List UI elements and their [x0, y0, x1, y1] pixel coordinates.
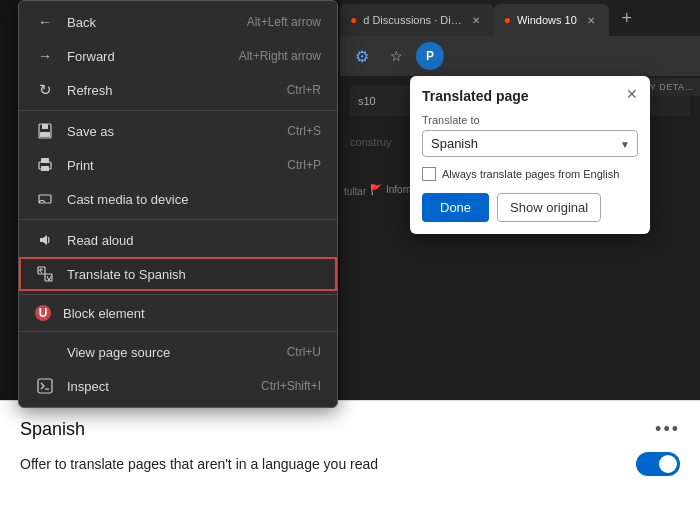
- menu-shortcut-refresh: Ctrl+R: [287, 83, 321, 97]
- tultar-text: tultar: [344, 186, 366, 197]
- menu-label-block: Block element: [63, 306, 321, 321]
- save-icon: [35, 121, 55, 141]
- menu-label-refresh: Refresh: [67, 83, 275, 98]
- popup-buttons: Done Show original: [422, 193, 638, 222]
- menu-item-back[interactable]: ← Back Alt+Left arrow: [19, 5, 337, 39]
- back-icon: ←: [35, 12, 55, 32]
- always-translate-label: Always translate pages from English: [442, 168, 619, 180]
- extensions-button[interactable]: ⚙: [348, 42, 376, 70]
- tab-discussions[interactable]: ● d Discussions · Di… ✕: [340, 4, 494, 36]
- divider-3: [19, 294, 337, 295]
- show-original-button[interactable]: Show original: [497, 193, 601, 222]
- read-aloud-icon: [35, 230, 55, 250]
- menu-label-save-as: Save as: [67, 124, 275, 139]
- cast-icon: [35, 189, 55, 209]
- svg-rect-2: [40, 132, 50, 137]
- source-icon: [35, 342, 55, 362]
- menu-label-inspect: Inspect: [67, 379, 249, 394]
- bottom-bar: Spanish ••• Offer to translate pages tha…: [0, 400, 700, 524]
- menu-item-inspect[interactable]: Inspect Ctrl+Shift+I: [19, 369, 337, 403]
- menu-item-translate[interactable]: Translate to Spanish: [19, 257, 337, 291]
- always-translate-row: Always translate pages from English: [422, 167, 638, 181]
- bottom-bar-language: Spanish: [20, 419, 85, 440]
- construy-text: . construy: [344, 136, 392, 148]
- menu-shortcut-print: Ctrl+P: [287, 158, 321, 172]
- tab-label-discussions: d Discussions · Di…: [363, 14, 461, 26]
- block-icon: U: [35, 305, 51, 321]
- svg-rect-9: [38, 379, 52, 393]
- menu-item-forward[interactable]: → Forward Alt+Right arrow: [19, 39, 337, 73]
- language-select-wrapper: Spanish English French German ▼: [422, 130, 638, 157]
- translate-toggle[interactable]: [636, 452, 680, 476]
- bottom-bar-title-row: Spanish •••: [20, 419, 680, 440]
- menu-item-view-source[interactable]: View page source Ctrl+U: [19, 335, 337, 369]
- language-select[interactable]: Spanish English French German: [422, 130, 638, 157]
- popup-title: Translated page: [422, 88, 638, 104]
- menu-shortcut-inspect: Ctrl+Shift+I: [261, 379, 321, 393]
- menu-item-save-as[interactable]: Save as Ctrl+S: [19, 114, 337, 148]
- menu-label-view-source: View page source: [67, 345, 275, 360]
- menu-item-cast[interactable]: Cast media to device: [19, 182, 337, 216]
- translate-icon: [35, 264, 55, 284]
- toolbar: ⚙ ☆ P: [340, 36, 700, 76]
- print-icon: [35, 155, 55, 175]
- menu-label-cast: Cast media to device: [67, 192, 321, 207]
- done-button[interactable]: Done: [422, 193, 489, 222]
- svg-rect-4: [41, 158, 49, 163]
- menu-label-print: Print: [67, 158, 275, 173]
- menu-shortcut-forward: Alt+Right arrow: [239, 49, 321, 63]
- divider-1: [19, 110, 337, 111]
- menu-label-forward: Forward: [67, 49, 227, 64]
- menu-label-translate: Translate to Spanish: [67, 267, 321, 282]
- tab-label-windows10: Windows 10: [517, 14, 577, 26]
- menu-item-refresh[interactable]: ↻ Refresh Ctrl+R: [19, 73, 337, 107]
- bottom-bar-description: Offer to translate pages that aren't in …: [20, 456, 378, 472]
- menu-item-read-aloud[interactable]: Read aloud: [19, 223, 337, 257]
- inspect-icon: [35, 376, 55, 396]
- menu-item-block[interactable]: U Block element: [19, 298, 337, 328]
- flag-icon: 🚩: [370, 184, 382, 195]
- more-options-button[interactable]: •••: [655, 419, 680, 440]
- new-tab-button[interactable]: +: [613, 4, 641, 32]
- windows10-badge: s10: [358, 95, 376, 107]
- menu-item-print[interactable]: Print Ctrl+P: [19, 148, 337, 182]
- menu-shortcut-view-source: Ctrl+U: [287, 345, 321, 359]
- toggle-knob: [659, 455, 677, 473]
- divider-4: [19, 331, 337, 332]
- bookmark-button[interactable]: ☆: [382, 42, 410, 70]
- tab-icon-windows10: ●: [504, 13, 511, 27]
- bottom-bar-description-row: Offer to translate pages that aren't in …: [20, 452, 680, 476]
- svg-rect-1: [42, 124, 48, 129]
- translate-to-label: Translate to: [422, 114, 638, 126]
- tab-icon-discussions: ●: [350, 13, 357, 27]
- popup-close-button[interactable]: ✕: [622, 84, 642, 104]
- menu-shortcut-back: Alt+Left arrow: [247, 15, 321, 29]
- menu-shortcut-save-as: Ctrl+S: [287, 124, 321, 138]
- menu-label-back: Back: [67, 15, 235, 30]
- tab-close-discussions[interactable]: ✕: [468, 12, 484, 28]
- divider-2: [19, 219, 337, 220]
- profile-button[interactable]: P: [416, 42, 444, 70]
- tab-bar: ● d Discussions · Di… ✕ ● Windows 10 ✕ +: [340, 0, 700, 36]
- refresh-icon: ↻: [35, 80, 55, 100]
- context-menu: ← Back Alt+Left arrow → Forward Alt+Righ…: [18, 0, 338, 408]
- tab-close-windows10[interactable]: ✕: [583, 12, 599, 28]
- tab-windows10[interactable]: ● Windows 10 ✕: [494, 4, 609, 36]
- menu-label-read-aloud: Read aloud: [67, 233, 321, 248]
- svg-rect-5: [41, 166, 49, 171]
- always-translate-checkbox[interactable]: [422, 167, 436, 181]
- forward-icon: →: [35, 46, 55, 66]
- translate-popup: Translated page ✕ Translate to Spanish E…: [410, 76, 650, 234]
